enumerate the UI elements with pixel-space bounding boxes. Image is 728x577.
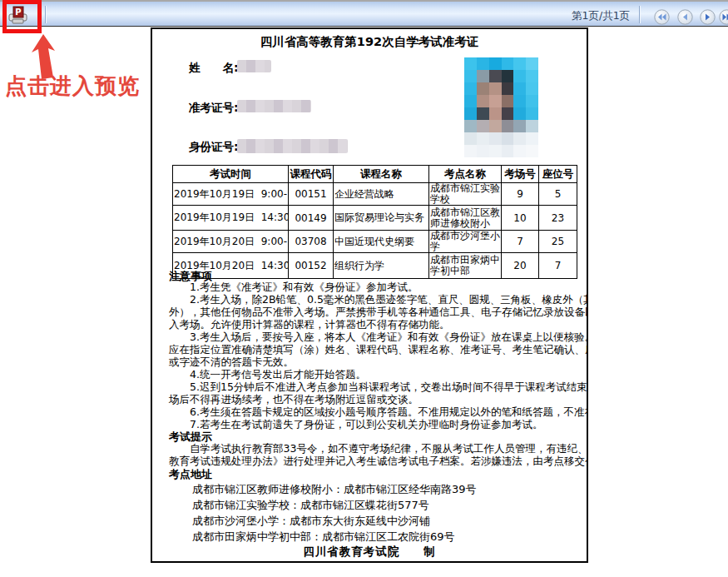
notes-line: 入考场。允许使用计算器的课程，计算器也不得有存储功能。 xyxy=(169,318,588,331)
redacted-name-value xyxy=(237,60,271,72)
exam-schedule-table: 考试时间 课程代码 课程名称 考点名称 考场号 座位号 2019年10月19日 … xyxy=(172,165,577,279)
ticket-label: 准考证号: xyxy=(189,101,238,116)
room-no: 9 xyxy=(502,183,539,206)
addresses-text: 成都市锦江区教师进修校附小：成都市锦江区经华南路39号 成都市锦江实验学校：成都… xyxy=(192,481,477,545)
address-line: 成都市锦江区教师进修校附小：成都市锦江区经华南路39号 xyxy=(192,481,477,497)
table-row: 2019年10月20日 14:30-17:00 00152 组织行为学 成都市田… xyxy=(173,253,577,279)
course-code: 00149 xyxy=(289,206,334,231)
first-page-icon xyxy=(654,9,670,25)
redacted-ticket-value xyxy=(237,100,311,112)
col-course-code: 课程代码 xyxy=(289,166,334,183)
toolbar-separator xyxy=(639,6,640,23)
notes-line: 2.考生入场，除2B铅笔、0.5毫米的黑色墨迹签字笔、直尺、圆规、三角板、橡皮外… xyxy=(169,293,588,306)
notes-line: 6.考生须在答题卡规定的区域按小题号顺序答题。不准用规定以外的笔和纸答题，不准在 xyxy=(169,405,588,418)
issuer-footer: 四川省教育考试院 制 xyxy=(152,545,587,560)
seat-no: 7 xyxy=(539,253,577,279)
room-no: 10 xyxy=(502,206,539,231)
exam-time: 2019年10月20日 9:00-11:30 xyxy=(173,231,289,253)
table-row: 2019年10月19日 14:30-17:00 00149 国际贸易理论与实务 … xyxy=(173,206,577,231)
tips-line: 自学考试执行教育部33号令，如不遵守考场纪律，不服从考试工作人员管理，有违纪、作 xyxy=(169,442,588,455)
print-button-highlight-box xyxy=(2,0,42,33)
notes-line: 5.迟到15分钟后不准进入考点参加当科课程考试，交卷出场时间不得早于课程考试结束… xyxy=(169,381,588,393)
seat-no: 23 xyxy=(539,206,577,231)
notes-line: 或字迹不清的答题卡无效。 xyxy=(169,356,588,368)
col-room-no: 考场号 xyxy=(502,166,539,183)
room-no: 20 xyxy=(502,253,539,279)
toolbar-separator xyxy=(45,6,46,23)
site-name: 成都市田家炳中学初中部 xyxy=(429,253,502,279)
table-row: 2019年10月20日 9:00-11:30 03708 中国近现代史纲要 成都… xyxy=(173,231,577,253)
col-site-name: 考点名称 xyxy=(429,166,502,183)
notes-line: 场后不得再进场续考，也不得在考场附近逗留或交谈。 xyxy=(169,393,588,405)
col-course-name: 课程名称 xyxy=(334,166,429,183)
notes-line: 3.考生入场后，要按号入座，将本人《准考证》和有效《身份证》放在课桌上以便核验。 xyxy=(169,331,588,343)
course-code: 00151 xyxy=(289,183,334,206)
name-label: 姓 名: xyxy=(189,61,238,76)
course-name: 企业经营战略 xyxy=(334,183,429,206)
address-line: 成都市沙河堡小学：成都市东大街东延线中沙河铺 xyxy=(192,513,477,529)
address-line: 成都市田家炳中学初中部：成都市锦江区工农院街69号 xyxy=(192,529,477,545)
page-indicator: 第1页/共1页 xyxy=(572,9,630,23)
preview-toolbar: P 第1页/共1页 xyxy=(0,0,728,27)
notes-line: 4.统一开考信号发出后才能开始答题。 xyxy=(169,368,588,381)
redacted-photo xyxy=(464,57,538,157)
id-label: 身份证号: xyxy=(189,140,238,155)
address-line: 成都市锦江实验学校：成都市锦江区蝶花街577号 xyxy=(192,497,477,513)
seat-no: 25 xyxy=(539,231,577,253)
seat-no: 5 xyxy=(539,183,577,206)
addresses-heading: 考点地址 xyxy=(169,467,212,482)
exam-time: 2019年10月19日 9:00-11:30 xyxy=(173,183,289,206)
first-page-button[interactable] xyxy=(654,9,670,25)
notes-line: 7.若考生在考试前遗失了身份证，可以到公安机关办理临时身份证参加考试。 xyxy=(169,418,588,430)
exam-time: 2019年10月19日 14:30-17:00 xyxy=(173,206,289,231)
course-code: 03708 xyxy=(289,231,334,253)
notes-line: 应在指定位置准确清楚填写（涂）姓名、课程代码、课程名称、准考证号、考生笔记确认、… xyxy=(169,343,588,356)
course-code: 00152 xyxy=(289,253,334,279)
next-page-icon xyxy=(700,9,716,25)
tips-text: 自学考试执行教育部33号令，如不遵守考场纪律，不服从考试工作人员管理，有违纪、作… xyxy=(169,442,588,467)
prev-page-button[interactable] xyxy=(677,9,693,25)
last-page-icon xyxy=(719,9,728,25)
col-exam-time: 考试时间 xyxy=(173,166,289,183)
annotation-label: 点击进入预览 xyxy=(5,72,140,101)
notes-line: 1.考生凭《准考证》和有效《身份证》参加考试。 xyxy=(169,281,588,293)
notes-text: 1.考生凭《准考证》和有效《身份证》参加考试。 2.考生入场，除2B铅笔、0.5… xyxy=(169,281,588,430)
tips-line: 教育考试违规处理办法》进行处理并记入考生诚信考试电子档案。若涉嫌违法，由考点移交… xyxy=(169,455,588,467)
table-row: 2019年10月19日 9:00-11:30 00151 企业经营战略 成都市锦… xyxy=(173,183,577,206)
course-name: 中国近现代史纲要 xyxy=(334,231,429,253)
prev-page-icon xyxy=(677,9,693,25)
course-name: 组织行为学 xyxy=(334,253,429,279)
room-no: 7 xyxy=(502,231,539,253)
redacted-id-value xyxy=(237,139,348,153)
course-name: 国际贸易理论与实务 xyxy=(334,206,429,231)
site-name: 成都市沙河堡小学 xyxy=(429,231,502,253)
table-header-row: 考试时间 课程代码 课程名称 考点名称 考场号 座位号 xyxy=(173,166,577,183)
site-name: 成都市锦江区教师进修校附小 xyxy=(429,206,502,231)
admission-ticket-page: 四川省高等教育第192次自学考试准考证 姓 名: 准考证号: 身份证号: 考试时… xyxy=(151,27,588,563)
notes-line: 外），其他任何物品不准带入考场。严禁携带手机等各种通信工具、电子存储记忆录放设备… xyxy=(169,306,588,318)
col-seat-no: 座位号 xyxy=(539,166,577,183)
site-name: 成都市锦江实验学校 xyxy=(429,183,502,206)
next-page-button[interactable] xyxy=(700,9,716,25)
last-page-button[interactable] xyxy=(719,9,728,25)
page-title: 四川省高等教育第192次自学考试准考证 xyxy=(152,34,587,50)
